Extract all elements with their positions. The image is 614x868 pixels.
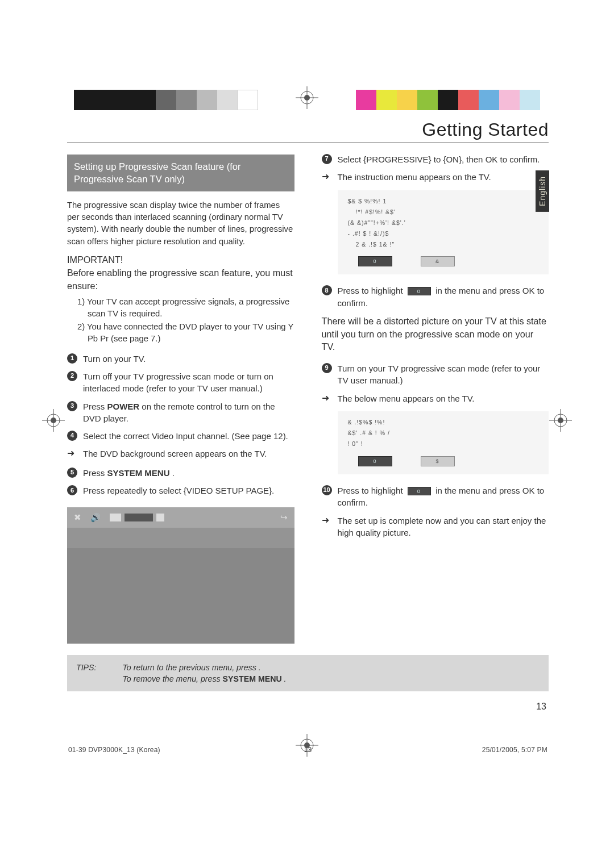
speaker-icon: 🔊 (90, 512, 101, 523)
section-heading: Setting up Progressive Scan feature (for… (67, 155, 294, 191)
result-arrow-icon: ➜ (322, 392, 332, 405)
registration-target-left (42, 409, 65, 433)
registration-target-right (549, 409, 572, 433)
page-number: 13 (67, 702, 546, 712)
color-bar-right (356, 90, 540, 110)
tv-instruction-box-2: & .!$%$ !%! &$' .# & ! % / ! 0" ! 0 $ (338, 411, 549, 474)
result-arrow-icon: ➜ (67, 447, 77, 460)
step-4-result: ➜ The DVD background screen appears on t… (67, 448, 294, 460)
step-3: 3 Press POWER on the remote control to t… (67, 400, 294, 425)
step-text: Press repeatedly to select {VIDEO SETUP … (83, 485, 294, 496)
step-number-icon: 6 (67, 485, 77, 495)
step-number-icon: 1 (67, 353, 77, 364)
footer-left: 01-39 DVP3000K_13 (Korea) (68, 746, 228, 754)
two-column-layout: Setting up Progressive Scan feature (for… (67, 153, 549, 644)
tabs-placeholder (110, 514, 271, 521)
prerequisite-1: 1) Your TV can accept progressive signal… (77, 296, 294, 320)
ok-pill-icon: 0 (408, 287, 431, 295)
step-4: 4 Select the correct Video Input channel… (67, 430, 294, 442)
prerequisite-2: 2) You have connected the DVD player to … (77, 321, 294, 345)
tips-body: To return to the previous menu, press . … (122, 662, 286, 685)
step-text: Select {PROGRESSIVE} to {ON}, then OK to… (338, 153, 549, 165)
video-setup-screenshot: ✖ 🔊 ↪ (67, 507, 294, 644)
tvbox1-cancel-button: & (421, 256, 455, 266)
footer-right: 25/01/2005, 5:07 PM (388, 746, 547, 754)
step-text: Turn off your TV progressive scan mode o… (83, 370, 294, 395)
registration-marks (0, 90, 614, 121)
step-number-icon: 7 (322, 154, 332, 164)
step-1: 1 Turn on your TV. (67, 353, 294, 365)
manual-page: Getting Started English Setting up Progr… (0, 0, 614, 782)
tvbox1-ok-button: 0 (358, 256, 392, 266)
step-7-result: ➜ The instruction menu appears on the TV… (322, 171, 549, 183)
tips-box: TIPS: To return to the previous menu, pr… (67, 655, 549, 691)
result-arrow-icon: ➜ (322, 170, 332, 183)
step-number-icon: 5 (67, 468, 77, 478)
step-9-result: ➜ The below menu appears on the TV. (322, 393, 549, 405)
step-8-note: There will be a distorted picture on you… (322, 315, 549, 353)
page-title: Getting Started (67, 119, 549, 143)
step-text: Select the correct Video Input channel. … (83, 430, 294, 442)
tv-instruction-box-1: $& $ %!%! 1 !*! #$!%! &$' (& &)#""!+%'! … (338, 190, 549, 274)
registration-target-bottom (296, 734, 318, 758)
step-8: 8 Press to highlight 0 in the menu and p… (322, 285, 549, 309)
tvbox2-ok-button: 0 (358, 456, 392, 466)
step-9: 9 Turn on your TV progressive scan mode … (322, 362, 549, 387)
step-text: Press to highlight 0 in the menu and pre… (338, 485, 549, 509)
color-bar-left (74, 90, 258, 110)
important-text: Before enabling the progressive scan fea… (67, 266, 294, 292)
right-column: 7 Select {PROGRESSIVE} to {ON}, then OK … (322, 153, 549, 644)
intro-paragraph: The progressive scan display twice the n… (67, 199, 294, 248)
step-6: 6 Press repeatedly to select {VIDEO SETU… (67, 485, 294, 496)
step-text: Press POWER on the remote control to tur… (83, 400, 294, 425)
step-text: Turn on your TV progressive scan mode (r… (338, 362, 549, 387)
step-number-icon: 2 (67, 371, 77, 381)
step-text: Press SYSTEM MENU . (83, 467, 294, 479)
step-text: Turn on your TV. (83, 353, 294, 365)
registration-target-top (296, 86, 318, 109)
result-arrow-icon: ➜ (322, 514, 332, 527)
step-10-result: ➜ The set up is complete now and you can… (322, 515, 549, 539)
step-number-icon: 9 (322, 363, 332, 373)
step-number-icon: 3 (67, 401, 77, 411)
language-tab: English (536, 170, 549, 212)
mute-icon: ✖ (74, 512, 81, 522)
exit-icon: ↪ (280, 512, 288, 522)
step-5: 5 Press SYSTEM MENU . (67, 467, 294, 479)
step-number-icon: 10 (322, 485, 332, 495)
step-number-icon: 8 (322, 285, 332, 295)
tvbox2-cancel-button: $ (421, 456, 455, 466)
left-column: Setting up Progressive Scan feature (for… (67, 153, 294, 644)
step-number-icon: 4 (67, 431, 77, 441)
ok-pill-icon: 0 (408, 487, 431, 495)
prerequisite-list: 1) Your TV can accept progressive signal… (77, 296, 294, 345)
title-rule (67, 143, 549, 143)
step-text: Press to highlight 0 in the menu and pre… (338, 285, 549, 309)
tips-label: TIPS: (76, 662, 96, 685)
important-label: IMPORTANT! (67, 254, 294, 265)
crop-mark-tl (45, 3, 68, 26)
step-10: 10 Press to highlight 0 in the menu and … (322, 485, 549, 509)
step-7: 7 Select {PROGRESSIVE} to {ON}, then OK … (322, 153, 549, 165)
step-2: 2 Turn off your TV progressive scan mode… (67, 370, 294, 395)
